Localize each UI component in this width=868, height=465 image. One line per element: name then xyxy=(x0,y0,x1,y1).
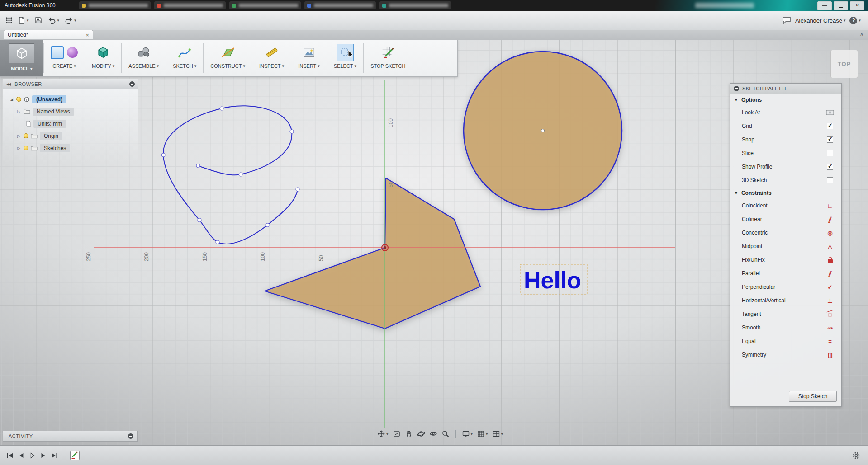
tree-item-document-root[interactable]: ◢ (Unsaved) xyxy=(3,93,138,105)
step-back-button[interactable] xyxy=(18,452,24,459)
redacted-tab[interactable] xyxy=(154,1,226,9)
sketch-palette-header[interactable]: SKETCH PALETTE xyxy=(730,84,841,94)
tree-item-origin[interactable]: ▷ Origin xyxy=(3,130,138,142)
tree-item-named-views[interactable]: ▷ Named Views xyxy=(3,105,138,117)
constraint-horizontal-vertical[interactable]: Horizontal/Vertical ⊥ xyxy=(730,294,841,307)
user-account-menu[interactable]: Alexander Crease ▾ xyxy=(795,17,846,24)
constraint-symmetry[interactable]: Symmetry [|] xyxy=(730,348,841,362)
option-snap[interactable]: Snap xyxy=(730,133,841,146)
navbar-separator xyxy=(455,430,456,438)
expander-closed-icon[interactable]: ▷ xyxy=(16,109,21,114)
pan-hand-button[interactable] xyxy=(405,430,413,438)
expander-open-icon[interactable]: ◢ xyxy=(9,97,14,102)
file-menu-button[interactable]: ▾ xyxy=(18,16,29,24)
panel-options-icon[interactable] xyxy=(128,433,133,439)
document-tab[interactable]: Untitled* × xyxy=(4,30,93,39)
save-button[interactable] xyxy=(34,16,43,24)
skip-to-start-button[interactable] xyxy=(6,452,14,459)
panel-options-icon[interactable] xyxy=(734,86,739,91)
redacted-tab[interactable] xyxy=(304,1,376,9)
slice-checkbox[interactable] xyxy=(827,150,833,156)
option-slice[interactable]: Slice xyxy=(730,146,841,160)
redacted-tab[interactable] xyxy=(79,1,151,9)
help-menu[interactable]: ? ▾ xyxy=(849,17,861,24)
minimize-button[interactable]: — xyxy=(817,1,832,10)
look-at-icon[interactable] xyxy=(825,110,835,116)
viewports-button[interactable]: ▾ xyxy=(492,430,503,438)
origin-point[interactable] xyxy=(382,244,388,251)
show-profile-checkbox[interactable] xyxy=(827,164,833,170)
constraint-coincident[interactable]: Coincident ∟ xyxy=(730,199,841,212)
maximize-button[interactable] xyxy=(834,1,848,10)
ruler-label: 50 xyxy=(318,255,324,261)
chevron-down-icon: ▾ xyxy=(74,18,76,23)
3d-sketch-checkbox[interactable] xyxy=(827,177,833,183)
sketch-text-annotation[interactable]: Hello xyxy=(524,267,581,293)
visibility-bulb-icon[interactable] xyxy=(16,97,21,102)
visibility-bulb-icon[interactable] xyxy=(24,146,28,150)
panel-options-icon[interactable] xyxy=(129,81,135,87)
constraints-section-header[interactable]: ▼ Constraints xyxy=(730,187,841,199)
redacted-tab[interactable] xyxy=(379,1,451,9)
circle-center-point[interactable] xyxy=(541,129,545,132)
step-forward-button[interactable] xyxy=(40,452,46,459)
chevron-down-icon: ▾ xyxy=(859,18,861,23)
snap-checkbox[interactable] xyxy=(827,136,833,143)
constraint-tangent[interactable]: Tangent xyxy=(730,307,841,321)
constraint-concentric[interactable]: Concentric ◎ xyxy=(730,226,841,240)
app-title: Autodesk Fusion 360 xyxy=(5,2,56,9)
constraint-midpoint[interactable]: Midpoint △ xyxy=(730,240,841,253)
constraint-equal[interactable]: Equal = xyxy=(730,334,841,348)
timeline-sketch-feature[interactable] xyxy=(70,450,81,461)
tree-item-units[interactable]: Units: mm xyxy=(3,117,138,130)
close-button[interactable]: × xyxy=(850,1,864,10)
ribbon-item-modify[interactable]: MODIFY▾ xyxy=(85,40,121,76)
redo-button[interactable]: ▾ xyxy=(65,17,76,24)
constraint-parallel[interactable]: Parallel ∥ xyxy=(730,267,841,280)
display-settings-button[interactable]: ▾ xyxy=(462,430,473,438)
play-button[interactable] xyxy=(29,452,35,459)
expander-closed-icon[interactable]: ▷ xyxy=(16,134,21,138)
options-section-header[interactable]: ▼ Options xyxy=(730,94,841,106)
redacted-tab[interactable] xyxy=(229,1,301,9)
orbit-button[interactable] xyxy=(417,430,425,438)
ribbon-item-create[interactable]: CREATE▾ xyxy=(44,40,85,76)
visibility-bulb-icon[interactable] xyxy=(24,133,28,138)
expander-closed-icon[interactable]: ▷ xyxy=(16,146,21,150)
ribbon-item-select[interactable]: SELECT▾ xyxy=(327,40,363,76)
apps-grid-icon[interactable] xyxy=(5,17,13,24)
activity-panel[interactable]: ACTIVITY xyxy=(3,431,138,442)
stop-sketch-button[interactable]: Stop Sketch xyxy=(789,391,837,402)
fit-view-button[interactable] xyxy=(393,430,401,438)
timeline-settings-gear-icon[interactable] xyxy=(852,451,861,460)
skip-to-end-button[interactable] xyxy=(51,452,58,459)
ribbon-item-inspect[interactable]: INSPECT▾ xyxy=(252,40,291,76)
close-icon[interactable]: × xyxy=(85,32,89,38)
pan-button[interactable]: ▾ xyxy=(377,430,389,438)
collapse-toolbar-chevron-icon[interactable]: ∧ xyxy=(860,31,863,37)
ribbon-item-construct[interactable]: CONSTRUCT▾ xyxy=(204,40,252,76)
option-3d-sketch[interactable]: 3D Sketch xyxy=(730,174,841,187)
constraint-smooth[interactable]: Smooth ↝ xyxy=(730,321,841,334)
look-at-button[interactable] xyxy=(429,430,437,438)
viewcube[interactable]: TOP xyxy=(830,50,858,78)
option-show-profile[interactable]: Show Profile xyxy=(730,160,841,174)
ribbon-item-assemble[interactable]: ASSEMBLE▾ xyxy=(122,40,166,76)
collapse-panel-icon[interactable]: ◀◀ xyxy=(6,82,10,86)
constraint-fix-unfix[interactable]: Fix/UnFix xyxy=(730,253,841,267)
option-grid[interactable]: Grid xyxy=(730,119,841,133)
ribbon-item-sketch[interactable]: SKETCH▾ xyxy=(166,40,203,76)
feedback-comment-icon[interactable] xyxy=(782,16,791,24)
constraint-colinear[interactable]: Colinear ∥ xyxy=(730,212,841,226)
eye-icon xyxy=(429,430,437,438)
grid-settings-button[interactable]: ▾ xyxy=(477,430,488,438)
zoom-button[interactable] xyxy=(441,430,450,438)
grid-checkbox[interactable] xyxy=(827,123,833,129)
tree-item-sketches[interactable]: ▷ Sketches xyxy=(3,142,138,154)
option-look-at[interactable]: Look At xyxy=(730,106,841,119)
ribbon-item-stop-sketch[interactable]: STOP SKETCH xyxy=(364,40,412,76)
ribbon-item-insert[interactable]: INSERT▾ xyxy=(291,40,327,76)
constraint-perpendicular[interactable]: Perpendicular ✓ xyxy=(730,280,841,294)
undo-button[interactable]: ▾ xyxy=(48,17,60,24)
workspace-selector[interactable]: MODEL ▾ xyxy=(0,40,43,76)
